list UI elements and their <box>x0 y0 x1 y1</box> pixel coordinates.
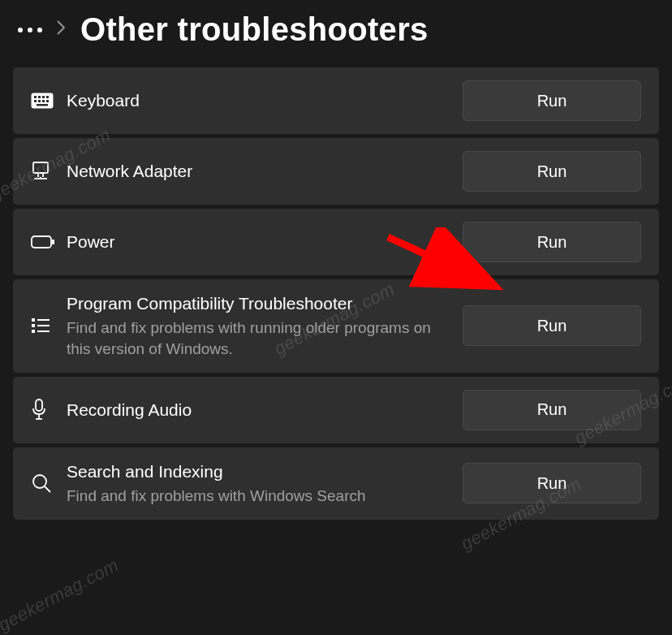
network-adapter-icon <box>31 161 67 182</box>
run-button[interactable]: Run <box>463 390 641 430</box>
troubleshooter-label: Network Adapter <box>67 160 446 182</box>
troubleshooter-row-program-compatibility: Program Compatibility Troubleshooter Fin… <box>13 279 659 373</box>
svg-rect-4 <box>46 96 49 98</box>
chevron-right-icon <box>57 20 66 39</box>
battery-icon <box>31 235 67 249</box>
svg-rect-2 <box>38 96 41 98</box>
svg-rect-7 <box>42 100 45 102</box>
troubleshooter-description: Find and fix problems with Windows Searc… <box>67 486 446 507</box>
troubleshooter-label: Program Compatibility Troubleshooter <box>67 292 446 314</box>
keyboard-icon <box>31 93 67 109</box>
svg-rect-17 <box>32 318 35 322</box>
svg-rect-22 <box>37 330 50 332</box>
troubleshooter-row-network-adapter: Network Adapter Run <box>13 138 659 205</box>
svg-point-26 <box>33 475 46 488</box>
svg-rect-3 <box>42 96 45 98</box>
troubleshooter-row-power: Power Run <box>13 209 659 275</box>
svg-rect-6 <box>38 100 41 102</box>
troubleshooter-label: Recording Audio <box>67 399 446 421</box>
troubleshooter-label: Search and Indexing <box>67 460 446 482</box>
run-button[interactable]: Run <box>463 80 641 121</box>
svg-rect-8 <box>46 100 49 102</box>
watermark: geekermag.com <box>0 555 123 635</box>
svg-rect-9 <box>37 104 48 106</box>
run-button[interactable]: Run <box>463 151 641 192</box>
run-button[interactable]: Run <box>463 305 641 346</box>
svg-rect-21 <box>32 330 35 333</box>
search-icon <box>31 473 67 494</box>
svg-rect-18 <box>37 319 50 321</box>
list-icon <box>31 316 67 335</box>
page-title: Other troubleshooters <box>80 11 429 48</box>
svg-rect-23 <box>36 400 42 411</box>
svg-rect-5 <box>34 100 37 102</box>
run-button[interactable]: Run <box>463 222 641 262</box>
svg-rect-20 <box>37 325 50 326</box>
troubleshooter-description: Find and fix problems with running older… <box>67 318 446 359</box>
svg-rect-10 <box>33 162 48 173</box>
troubleshooter-row-keyboard: Keyboard Run <box>13 67 659 134</box>
troubleshooter-row-recording-audio: Recording Audio Run <box>13 377 659 443</box>
troubleshooter-list: Keyboard Run Network Adapter Run Power R… <box>0 67 672 520</box>
breadcrumb-more-icon[interactable] <box>18 28 42 32</box>
breadcrumb: Other troubleshooters <box>0 0 672 67</box>
troubleshooter-row-search-indexing: Search and Indexing Find and fix problem… <box>13 447 659 520</box>
troubleshooter-label: Keyboard <box>67 89 446 111</box>
troubleshooter-label: Power <box>67 231 446 253</box>
microphone-icon <box>31 399 67 421</box>
svg-rect-16 <box>52 240 54 244</box>
svg-rect-15 <box>32 236 51 248</box>
run-button[interactable]: Run <box>463 463 641 503</box>
svg-rect-1 <box>34 96 37 98</box>
svg-line-27 <box>45 486 50 492</box>
svg-rect-19 <box>32 324 35 327</box>
